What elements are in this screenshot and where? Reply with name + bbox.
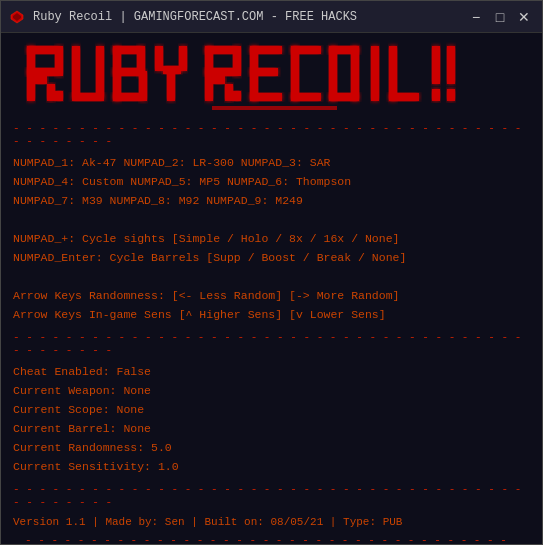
status-current-barrel: Current Barrel: None bbox=[13, 420, 530, 439]
svg-rect-27 bbox=[225, 84, 233, 101]
svg-rect-44 bbox=[432, 89, 440, 101]
keybind-spacer1 bbox=[13, 211, 530, 230]
svg-rect-32 bbox=[250, 93, 282, 101]
svg-rect-5 bbox=[55, 46, 63, 76]
close-button[interactable]: ✕ bbox=[514, 7, 534, 27]
svg-rect-14 bbox=[113, 68, 141, 76]
svg-rect-36 bbox=[329, 46, 337, 101]
svg-rect-3 bbox=[27, 46, 57, 54]
svg-rect-24 bbox=[205, 68, 235, 76]
svg-rect-8 bbox=[55, 91, 63, 101]
logo-area bbox=[1, 33, 542, 120]
status-section: Cheat Enabled: False Current Weapon: Non… bbox=[1, 359, 542, 481]
svg-rect-31 bbox=[250, 68, 278, 76]
content-area: - - - - - - - - - - - - - - - - - - - - … bbox=[1, 33, 542, 544]
svg-rect-13 bbox=[113, 46, 141, 54]
svg-rect-43 bbox=[432, 46, 440, 84]
status-current-weapon: Current Weapon: None bbox=[13, 382, 530, 401]
keybind-line3: NUMPAD_7: M39 NUMPAD_8: M92 NUMPAD_9: M2… bbox=[13, 192, 530, 211]
svg-rect-41 bbox=[389, 46, 397, 101]
svg-rect-7 bbox=[47, 84, 55, 101]
window-controls: − □ ✕ bbox=[466, 7, 534, 27]
footer-divider2: - - - - - - - - - - - - - - - - - - - - … bbox=[13, 531, 530, 544]
footer-line1: Version 1.1 | Made by: Sen | Built on: 0… bbox=[13, 514, 530, 532]
svg-rect-26 bbox=[213, 76, 225, 84]
app-icon bbox=[9, 9, 25, 25]
svg-rect-17 bbox=[139, 71, 147, 101]
svg-rect-4 bbox=[27, 68, 57, 76]
status-cheat-enabled: Cheat Enabled: False bbox=[13, 363, 530, 382]
logo-svg bbox=[17, 41, 527, 111]
svg-rect-40 bbox=[371, 46, 379, 101]
footer-section: Version 1.1 | Made by: Sen | Built on: 0… bbox=[1, 512, 542, 544]
svg-rect-34 bbox=[291, 46, 321, 54]
top-divider: - - - - - - - - - - - - - - - - - - - - … bbox=[1, 120, 542, 150]
svg-rect-21 bbox=[167, 71, 175, 101]
keybind-spacer2 bbox=[13, 268, 530, 287]
svg-rect-25 bbox=[233, 46, 241, 76]
bot-divider1: - - - - - - - - - - - - - - - - - - - - … bbox=[1, 481, 542, 511]
title-bar: Ruby Recoil | GAMINGFORECAST.COM - FREE … bbox=[1, 1, 542, 33]
keybind-line2: NUMPAD_4: Custom NUMPAD_5: MP5 NUMPAD_6:… bbox=[13, 173, 530, 192]
svg-rect-30 bbox=[250, 46, 282, 54]
keybind-line5: NUMPAD_+: Cycle sights [Simple / Holo / … bbox=[13, 230, 530, 249]
keybind-line6: NUMPAD_Enter: Cycle Barrels [Supp / Boos… bbox=[13, 249, 530, 268]
svg-rect-28 bbox=[233, 91, 241, 101]
svg-rect-42 bbox=[389, 93, 419, 101]
svg-rect-47 bbox=[212, 106, 337, 110]
svg-rect-33 bbox=[291, 46, 299, 101]
keybind-line1: NUMPAD_1: Ak-47 NUMPAD_2: LR-300 NUMPAD_… bbox=[13, 154, 530, 173]
maximize-button[interactable]: □ bbox=[490, 7, 510, 27]
mid-divider: - - - - - - - - - - - - - - - - - - - - … bbox=[1, 329, 542, 359]
svg-rect-18 bbox=[155, 46, 163, 71]
svg-rect-9 bbox=[72, 46, 80, 96]
main-window: Ruby Recoil | GAMINGFORECAST.COM - FREE … bbox=[0, 0, 543, 545]
keybind-section: NUMPAD_1: Ak-47 NUMPAD_2: LR-300 NUMPAD_… bbox=[1, 150, 542, 329]
keybind-line8: Arrow Keys Randomness: [<- Less Random] … bbox=[13, 287, 530, 306]
keybind-line9: Arrow Keys In-game Sens [^ Higher Sens] … bbox=[13, 306, 530, 325]
status-current-sensitivity: Current Sensitivity: 1.0 bbox=[13, 458, 530, 477]
svg-rect-6 bbox=[35, 76, 47, 84]
window-title: Ruby Recoil | GAMINGFORECAST.COM - FREE … bbox=[33, 10, 458, 24]
svg-rect-39 bbox=[351, 46, 359, 101]
status-current-scope: Current Scope: None bbox=[13, 401, 530, 420]
minimize-button[interactable]: − bbox=[466, 7, 486, 27]
svg-rect-45 bbox=[447, 46, 455, 84]
svg-rect-15 bbox=[113, 93, 141, 101]
svg-rect-23 bbox=[205, 46, 235, 54]
svg-rect-11 bbox=[96, 46, 104, 96]
svg-rect-35 bbox=[291, 93, 321, 101]
status-current-randomness: Current Randomness: 5.0 bbox=[13, 439, 530, 458]
svg-rect-46 bbox=[447, 89, 455, 101]
